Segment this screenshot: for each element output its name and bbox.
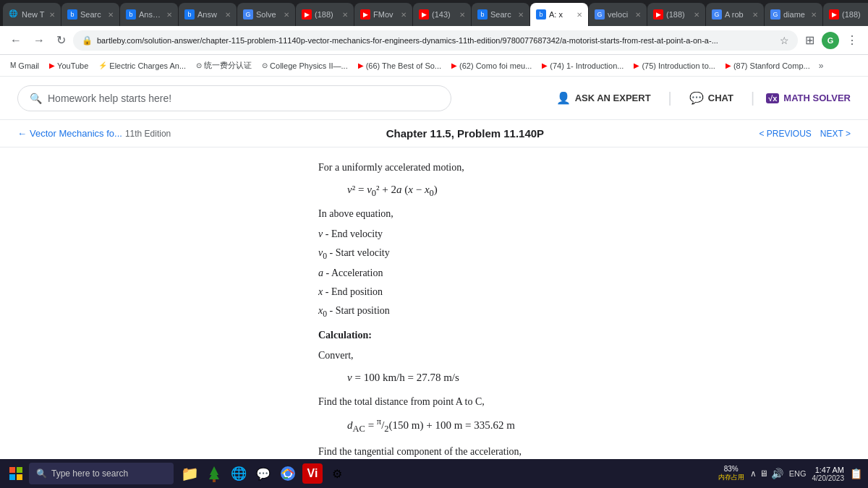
volume-icon[interactable]: 🔊 xyxy=(771,468,783,479)
tab-search-b4[interactable]: b Searc ✕ xyxy=(472,3,529,26)
tab-fmov[interactable]: ▶ FMov ✕ xyxy=(354,3,412,26)
tab-close-btn[interactable]: ✕ xyxy=(811,11,817,19)
tab-answer-b2[interactable]: b Answe ✕ xyxy=(120,3,178,26)
bookmark-chinese[interactable]: ⊙ 统一费分认证 xyxy=(192,59,256,72)
bookmark-stanford[interactable]: ▶ (87) Stanford Comp... xyxy=(721,60,814,72)
network-icon[interactable]: 🖥 xyxy=(760,468,768,479)
tab-close-btn[interactable]: ✕ xyxy=(225,11,231,19)
intro-text: For a uniformly accelerated motion, xyxy=(318,159,825,176)
tab-close-btn[interactable]: ✕ xyxy=(166,11,172,19)
tab-188-yt1[interactable]: ▶ (188) ✕ xyxy=(296,3,354,26)
taskbar-settings-icon[interactable]: ⚙ xyxy=(327,463,347,484)
svg-rect-1 xyxy=(17,467,22,473)
tab-solve-g[interactable]: G Solve ✕ xyxy=(237,3,295,26)
book-title: Vector Mechanics fo... xyxy=(30,128,122,139)
tab-close-btn[interactable]: ✕ xyxy=(635,11,641,19)
bookmark-label: (75) Introduction to... xyxy=(642,61,715,70)
taskbar-chrome-icon[interactable] xyxy=(278,463,298,484)
taskbar-search[interactable]: 🔍 Type here to search xyxy=(29,463,174,484)
tab-close-btn[interactable]: ✕ xyxy=(108,11,114,19)
tab-188-yt3[interactable]: ▶ (188) ✕ xyxy=(823,3,868,26)
tab-close-btn[interactable]: ✕ xyxy=(284,11,289,19)
tab-close-btn[interactable]: ✕ xyxy=(459,11,465,19)
profile-button[interactable]: G xyxy=(822,32,839,49)
tab-favicon: b xyxy=(536,9,546,20)
search-input[interactable]: Homework help starts here! xyxy=(48,93,439,104)
tab-close-btn[interactable]: ✕ xyxy=(49,11,55,19)
taskbar-vi-icon[interactable]: Vi xyxy=(302,463,323,484)
tab-new-t[interactable]: 🌐 New T ✕ xyxy=(3,3,61,26)
taskbar-explorer-icon[interactable]: 📁 xyxy=(179,463,200,484)
tab-close-btn[interactable]: ✕ xyxy=(518,11,524,19)
math-solver-button[interactable]: √x MATH SOLVER xyxy=(766,93,851,103)
star-icon[interactable]: ☆ xyxy=(780,35,789,46)
header-divider2: | xyxy=(751,90,754,106)
tab-favicon: b xyxy=(477,9,488,20)
forward-button[interactable]: → xyxy=(29,31,49,50)
bookmark-label: 统一费分认证 xyxy=(204,60,252,71)
taskbar-edge-icon[interactable]: 🌐 xyxy=(229,463,249,484)
bookmark-best-of[interactable]: ▶ (66) The Best of So... xyxy=(354,60,446,72)
bookmark-college-physics[interactable]: ⊙ College Physics II—... xyxy=(258,60,352,72)
a-def: a - Acceleration xyxy=(318,265,825,282)
tab-veloci-g[interactable]: G veloci ✕ xyxy=(589,3,647,26)
url-bar[interactable]: 🔒 bartleby.com/solution-answer/chapter-1… xyxy=(73,30,798,51)
math-solver-label: MATH SOLVER xyxy=(783,93,851,103)
tab-close-btn[interactable]: ✕ xyxy=(576,11,582,19)
tab-close-btn[interactable]: ✕ xyxy=(694,11,699,19)
search-box[interactable]: 🔍 Homework help starts here! xyxy=(17,85,451,111)
bookmark-como[interactable]: ▶ (62) Como foi meu... xyxy=(447,60,536,72)
tab-favicon: G xyxy=(595,9,605,20)
bookmark-label: YouTube xyxy=(57,61,88,70)
previous-button[interactable]: < PREVIOUS xyxy=(760,129,812,139)
ask-expert-icon: 👤 xyxy=(556,91,571,105)
tab-143[interactable]: ▶ (143) ✕ xyxy=(413,3,471,26)
equation-dac: dAC = π/2(150 m) + 100 m = 335.62 m xyxy=(347,414,825,437)
reload-button[interactable]: ↻ xyxy=(52,30,70,50)
yt-favicon3: ▶ xyxy=(542,61,548,69)
tab-diam-g[interactable]: G diame ✕ xyxy=(765,3,822,26)
taskbar-wechat-icon[interactable]: 💬 xyxy=(253,463,273,484)
back-button[interactable]: ← xyxy=(6,31,26,50)
start-button[interactable] xyxy=(6,463,26,484)
svg-rect-0 xyxy=(9,467,15,473)
ask-expert-button[interactable]: 👤 ASK AN EXPERT xyxy=(550,88,657,108)
bookmark-label: (62) Como foi meu... xyxy=(459,61,532,70)
taskbar-tree-icon[interactable] xyxy=(204,463,224,484)
bookmark-intro75[interactable]: ▶ (75) Introduction to... xyxy=(629,60,720,72)
breadcrumb-back[interactable]: ← Vector Mechanics fo... 11th Edition xyxy=(17,128,171,139)
tab-favicon: ▶ xyxy=(419,9,429,20)
chat-button[interactable]: 💬 CHAT xyxy=(684,88,739,108)
bookmarks-more[interactable]: » xyxy=(819,61,824,71)
battery-indicator: 83% 内存占用 xyxy=(718,465,744,482)
v-def: v - End velocity xyxy=(318,226,825,243)
v0-def: v0 - Start velocity xyxy=(318,244,825,264)
tab-close-btn[interactable]: ✕ xyxy=(752,11,758,19)
bookmark-intro74[interactable]: ▶ (74) 1- Introduction... xyxy=(537,60,628,72)
bookmark-youtube[interactable]: ▶ YouTube xyxy=(45,60,93,72)
bookmark-gmail[interactable]: M Gmail xyxy=(6,60,43,72)
tab-favicon: b xyxy=(126,9,136,20)
tab-188-yt2[interactable]: ▶ (188) ✕ xyxy=(647,3,705,26)
menu-button[interactable]: ⋮ xyxy=(842,30,862,50)
language-indicator[interactable]: ENG xyxy=(789,469,807,478)
bookmark-electric[interactable]: ⚡ Electric Charges An... xyxy=(94,60,190,72)
tab-search-b1[interactable]: b Searc ✕ xyxy=(61,3,119,26)
notification-icon[interactable]: 📋 xyxy=(850,468,862,479)
extensions-button[interactable]: ⊞ xyxy=(801,30,819,50)
taskbar: 🔍 Type here to search 📁 🌐 💬 Vi xyxy=(0,459,868,488)
clock[interactable]: 1:47 AM 4/20/2023 xyxy=(812,466,845,482)
bookmark-label: (74) 1- Introduction... xyxy=(550,61,624,70)
next-button[interactable]: NEXT > xyxy=(820,129,851,139)
equation-convert: v = 100 km/h = 27.78 m/s xyxy=(347,369,825,388)
tab-answer-b3[interactable]: b Answ ✕ xyxy=(179,3,237,26)
tab-close-btn[interactable]: ✕ xyxy=(401,11,407,19)
bookmark-label: Electric Charges An... xyxy=(109,61,186,70)
tab-close-btn[interactable]: ✕ xyxy=(342,11,348,19)
chevron-icon[interactable]: ∧ xyxy=(750,468,757,479)
tab-rob-g[interactable]: G A rob ✕ xyxy=(706,3,764,26)
yt-favicon2: ▶ xyxy=(451,61,457,69)
tab-active-ax[interactable]: b A: x ✕ xyxy=(530,3,588,26)
above-eq-text: In above equation, xyxy=(318,205,825,223)
battery-pct: 83% xyxy=(724,465,739,473)
